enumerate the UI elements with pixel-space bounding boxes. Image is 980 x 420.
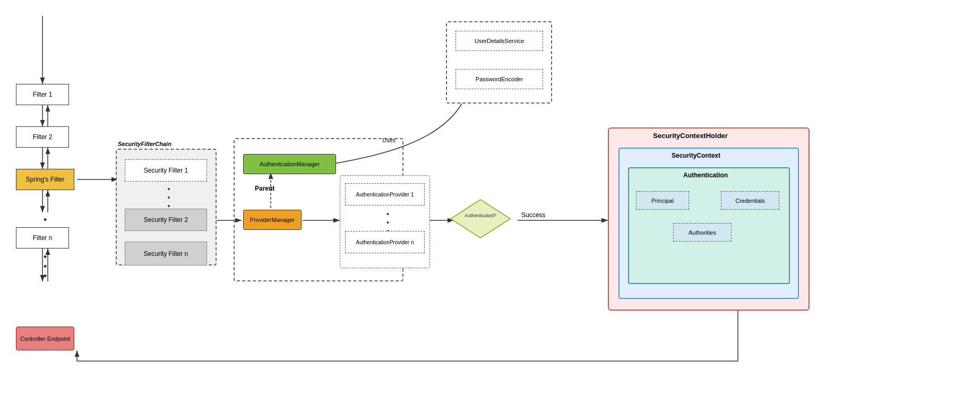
sf1-label: Security Filter 1 bbox=[144, 167, 188, 174]
sfN-label: Security Filter n bbox=[144, 250, 188, 258]
parent-label: Parent bbox=[255, 185, 274, 192]
dots-below: ••• bbox=[44, 252, 47, 281]
controller-endpoint-label: Controller Endpoint bbox=[20, 336, 70, 342]
svg-text:Authenticated?: Authenticated? bbox=[465, 213, 496, 218]
springs-filter-label: Spring's Filter bbox=[26, 176, 65, 183]
password-encoder-box: PasswordEncoder bbox=[455, 69, 543, 89]
controller-endpoint-box: Controller Endpoint bbox=[16, 327, 74, 350]
user-details-service-box: UserDetailsService bbox=[455, 31, 543, 51]
password-encoder-label: PasswordEncoder bbox=[476, 76, 523, 82]
sfN-box: Security Filter n bbox=[125, 242, 207, 265]
apN-box: AuthenticationProvider n bbox=[345, 231, 425, 253]
sf2-label: Security Filter 2 bbox=[144, 216, 188, 224]
authorities-box: Authorities bbox=[673, 223, 732, 242]
sf2-box: Security Filter 2 bbox=[125, 209, 207, 231]
ap1-box: AuthenticationProvider 1 bbox=[345, 183, 425, 205]
credentials-label: Credentials bbox=[735, 198, 765, 204]
credentials-box: Credentials bbox=[721, 191, 779, 210]
principal-label: Principal bbox=[651, 198, 674, 204]
security-context-label: SecurityContext bbox=[672, 152, 720, 159]
filter1-label: Filter 1 bbox=[33, 91, 53, 98]
auth-manager-label: AuthenticationManager bbox=[260, 161, 320, 167]
filterN-label: Filter n bbox=[33, 234, 53, 242]
security-filter-chain-label: SecurityFilterChain bbox=[118, 141, 171, 147]
sf1-box: Security Filter 1 bbox=[125, 159, 207, 182]
authenticated-diamond: Authenticated? bbox=[449, 198, 491, 240]
uses-label: Uses bbox=[382, 137, 396, 143]
svg-marker-21 bbox=[451, 200, 510, 238]
filter2-label: Filter 2 bbox=[33, 133, 53, 141]
security-context-holder-label: SecurityContextHolder bbox=[653, 132, 728, 140]
success-label: Success bbox=[521, 211, 545, 219]
principal-box: Principal bbox=[636, 191, 689, 210]
filter1-box: Filter 1 bbox=[16, 84, 69, 105]
authorities-label: Authorities bbox=[689, 229, 716, 236]
provider-manager-box: ProviderManager bbox=[243, 210, 302, 230]
filter2-box: Filter 2 bbox=[16, 126, 69, 148]
sf-dots: ••• bbox=[164, 185, 174, 210]
filterN-box: Filter n bbox=[16, 227, 69, 248]
auth-manager-box: AuthenticationManager bbox=[243, 154, 336, 174]
user-details-service-label: UserDetailsService bbox=[475, 38, 525, 44]
ap1-label: AuthenticationProvider 1 bbox=[356, 192, 414, 198]
authentication-label: Authentication bbox=[683, 172, 728, 179]
provider-manager-label: ProviderManager bbox=[250, 217, 295, 223]
apN-label: AuthenticationProvider n bbox=[356, 239, 414, 245]
springs-filter-box: Spring's Filter bbox=[16, 169, 74, 190]
